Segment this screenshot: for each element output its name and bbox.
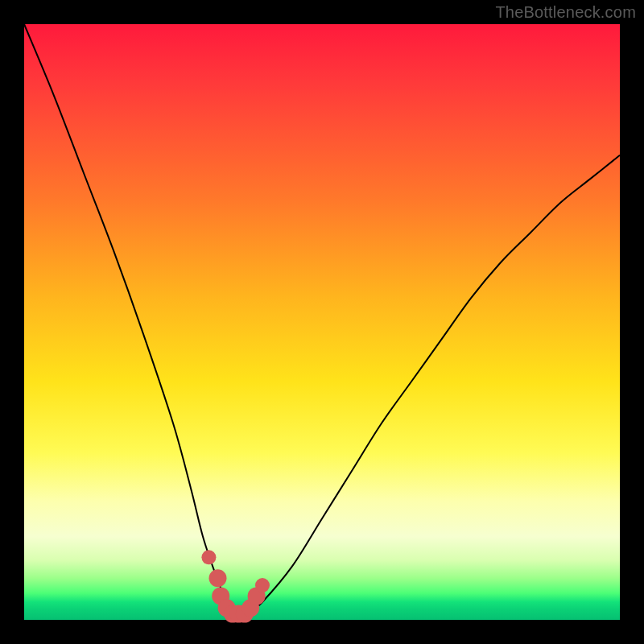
highlight-markers <box>201 550 270 622</box>
bottleneck-curve <box>24 24 620 614</box>
watermark-text: TheBottleneck.com <box>495 3 636 22</box>
chart-frame: TheBottleneck.com <box>0 0 644 644</box>
marker-dot <box>201 550 216 564</box>
curve-svg <box>24 24 620 620</box>
plot-area <box>24 24 620 620</box>
marker-dot <box>255 578 270 592</box>
marker-dot <box>209 569 227 587</box>
